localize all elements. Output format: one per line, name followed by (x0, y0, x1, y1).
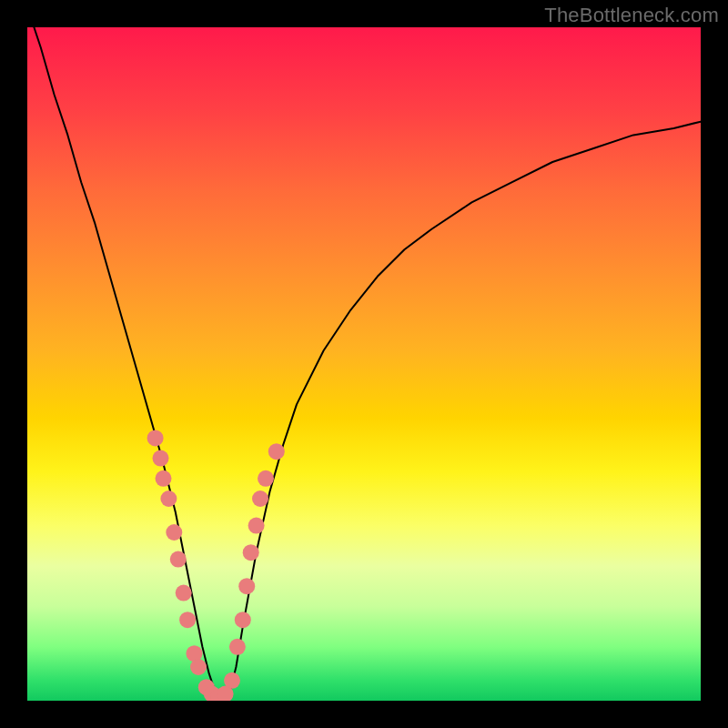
data-marker (235, 612, 251, 628)
data-marker (153, 450, 169, 467)
watermark-text: TheBottleneck.com (544, 4, 719, 27)
plot-area (27, 27, 701, 701)
data-marker (252, 490, 268, 507)
data-marker (147, 430, 164, 446)
data-marker (176, 585, 192, 602)
data-marker (190, 659, 207, 675)
chart-stage: TheBottleneck.com (0, 0, 728, 728)
data-marker (238, 578, 255, 594)
data-marker (268, 443, 285, 460)
data-marker (229, 639, 246, 655)
data-marker (224, 672, 240, 689)
data-marker (258, 470, 274, 487)
data-marker (160, 490, 177, 507)
chart-svg (27, 27, 701, 701)
data-marker (248, 518, 265, 534)
data-marker (243, 544, 259, 561)
data-marker (179, 612, 196, 628)
data-markers (147, 430, 285, 701)
data-marker (156, 470, 172, 487)
bottleneck-curve (27, 27, 701, 701)
data-marker (170, 551, 187, 568)
data-marker (166, 524, 182, 541)
